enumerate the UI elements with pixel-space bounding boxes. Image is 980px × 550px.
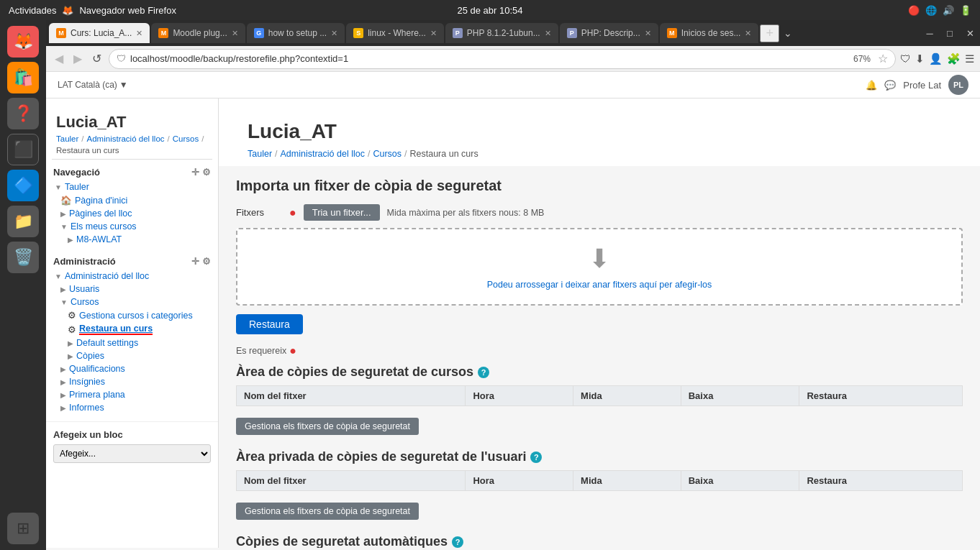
window-maximize-button[interactable]: □ [940,24,960,42]
breadcrumb: Tauler / Administració del lloc / Cursos… [56,134,208,155]
restore-button[interactable]: Restaura [236,314,303,334]
backup-user-info-icon[interactable]: ? [530,452,542,463]
admin-insignies[interactable]: ▶ Insígnies [50,375,214,388]
nav-my-courses-link[interactable]: Els meus cursos [71,221,137,232]
tab-5-close[interactable]: ✕ [545,29,551,38]
admin-qualificacions-link[interactable]: Qualificacions [69,364,125,374]
tab-4[interactable]: S linux - Where... ✕ [346,23,444,43]
admin-gear-icon[interactable]: ⚙ [202,256,211,267]
dock-files[interactable]: 📁 [7,206,39,237]
add-block-select[interactable]: Afegeix... [53,444,211,463]
dock-help[interactable]: ❓ [7,98,39,129]
nav-m8-link[interactable]: M8-AWLAT [76,234,122,244]
admin-move-icon[interactable]: ✛ [191,256,199,267]
bc-admin[interactable]: Administració del lloc [281,149,365,159]
breadcrumb-tauler[interactable]: Tauler [56,134,78,143]
nav-tauler[interactable]: ▼ Tauler [50,180,214,193]
admin-primera-plana-link[interactable]: Primera plana [69,390,125,400]
tab-1[interactable]: M Curs: Lucia_A... ✕ [49,23,150,43]
admin-copies-link[interactable]: Còpies [76,351,104,361]
admin-primera-plana[interactable]: ▶ Primera plana [50,388,214,401]
dock-vscode[interactable]: 🔷 [7,170,39,201]
admin-usuaris-link[interactable]: Usuaris [69,284,99,294]
admin-gestiona[interactable]: ⚙ Gestiona cursos i categories [50,308,214,322]
admin-insignies-link[interactable]: Insígnies [69,377,105,387]
dock-terminal[interactable]: ⬛ [7,134,39,165]
bookmark-button[interactable]: ☆ [878,52,888,65]
lang-selector[interactable]: LAT Català (ca) ▼ [58,80,128,90]
nav-tauler-link[interactable]: Tauler [65,182,89,192]
window-close-button[interactable]: ✕ [960,24,980,42]
tab-6-close[interactable]: ✕ [645,29,651,38]
admin-usuaris[interactable]: ▶ Usuaris [50,283,214,295]
menu-btn[interactable]: ☰ [965,52,974,65]
admin-cursos[interactable]: ▼ Cursos [50,295,214,308]
admin-copies[interactable]: ▶ Còpies [50,349,214,362]
message-icon[interactable]: 💬 [884,80,896,91]
profile-btn[interactable]: 👤 [929,52,943,65]
tab-7[interactable]: M Inicios de ses... ✕ [660,23,759,43]
dock-firefox[interactable]: 🦊 [7,26,39,58]
breadcrumb-admin[interactable]: Administració del lloc [87,134,165,143]
reload-button[interactable]: ↺ [89,50,104,67]
admin-cursos-link[interactable]: Cursos [71,297,99,307]
nav-my-courses[interactable]: ▼ Els meus cursos [50,220,214,233]
choose-file-button[interactable]: Tria un fitxer... [304,204,380,221]
tab-6[interactable]: P PHP: Descrip... ✕ [560,23,658,43]
manage-backup-files-button-2[interactable]: Gestiona els fitxers de còpia de seguret… [236,503,419,520]
nav-site-pages-link[interactable]: Pàgines del lloc [69,208,132,219]
admin-root[interactable]: ▼ Administració del lloc [50,270,214,283]
admin-restaura[interactable]: ⚙ Restaura un curs [50,322,214,336]
manage-backup-files-button-1[interactable]: Gestiona els fitxers de còpia de seguret… [236,418,419,435]
admin-gestiona-link[interactable]: Gestiona cursos i categories [79,311,193,321]
nav-m8-awlat[interactable]: ▶ M8-AWLAT [50,233,214,246]
dock-appstore[interactable]: 🛍️ [7,62,39,93]
window-minimize-button[interactable]: ─ [920,24,940,42]
admin-default-settings[interactable]: ▶ Default settings [50,336,214,349]
bc-tauler[interactable]: Tauler [248,149,272,159]
user-name[interactable]: Profe Lat [903,80,941,91]
admin-root-link[interactable]: Administració del lloc [65,271,149,281]
address-bar[interactable]: 🛡 localhost/moodle/backup/restorefile.ph… [109,49,896,69]
forward-button[interactable]: ▶ [71,50,85,67]
gear-icon[interactable]: ⚙ [202,167,211,178]
admin-qualificacions[interactable]: ▶ Qualificacions [50,362,214,375]
tabs-overflow-chevron[interactable]: ⌄ [781,27,795,39]
shield-btn[interactable]: 🛡 [900,52,911,65]
bc-cursos[interactable]: Cursos [373,149,401,159]
admin-restaura-link[interactable]: Restaura un curs [79,324,153,335]
page-main-title: Importa un fitxer de còpia de seguretat [236,178,963,194]
admin-block-actions[interactable]: ✛ ⚙ [191,256,211,267]
zoom-level[interactable]: 67% [850,54,874,64]
file-dropzone[interactable]: ⬇ Podeu arrossegar i deixar anar fitxers… [236,228,963,306]
tab-3-close[interactable]: ✕ [331,29,337,38]
admin-default-settings-link[interactable]: Default settings [76,338,138,348]
nav-home-link[interactable]: Pàgina d'inici [75,196,127,206]
backup-auto-info-icon[interactable]: ? [452,536,463,548]
dock-trash[interactable]: 🗑️ [7,242,39,273]
admin-informes[interactable]: ▶ Informes [50,401,214,414]
tab-3[interactable]: G how to setup ... ✕ [247,23,345,43]
tab-5[interactable]: P PHP 8.1.2-1ubun... ✕ [445,23,558,43]
tab-1-close[interactable]: ✕ [136,29,142,38]
tab-2[interactable]: M Moodle plug... ✕ [151,23,245,43]
new-tab-button[interactable]: + [760,24,779,42]
back-button[interactable]: ◀ [52,50,66,67]
admin-block-title: Administració [53,256,116,267]
avatar[interactable]: PL [948,75,968,95]
download-btn[interactable]: ⬇ [915,52,925,65]
navigation-block-actions[interactable]: ✛ ⚙ [191,167,211,178]
tab-2-close[interactable]: ✕ [232,29,238,38]
notification-bell-icon[interactable]: 🔔 [866,80,877,91]
tab-7-close[interactable]: ✕ [745,29,751,38]
dock-grid[interactable]: ⊞ [7,513,39,544]
extensions-btn[interactable]: 🧩 [947,52,961,65]
nav-site-pages[interactable]: ▶ Pàgines del lloc [50,207,214,220]
admin-informes-link[interactable]: Informes [69,403,104,413]
breadcrumb-cursos[interactable]: Cursos [173,134,199,143]
nav-home-page[interactable]: 🏠 Pàgina d'inici [50,193,214,207]
tab-4-close[interactable]: ✕ [430,29,437,38]
activities-label[interactable]: Actividades [9,5,56,16]
backup-courses-info-icon[interactable]: ? [478,367,489,378]
move-icon[interactable]: ✛ [191,167,199,178]
